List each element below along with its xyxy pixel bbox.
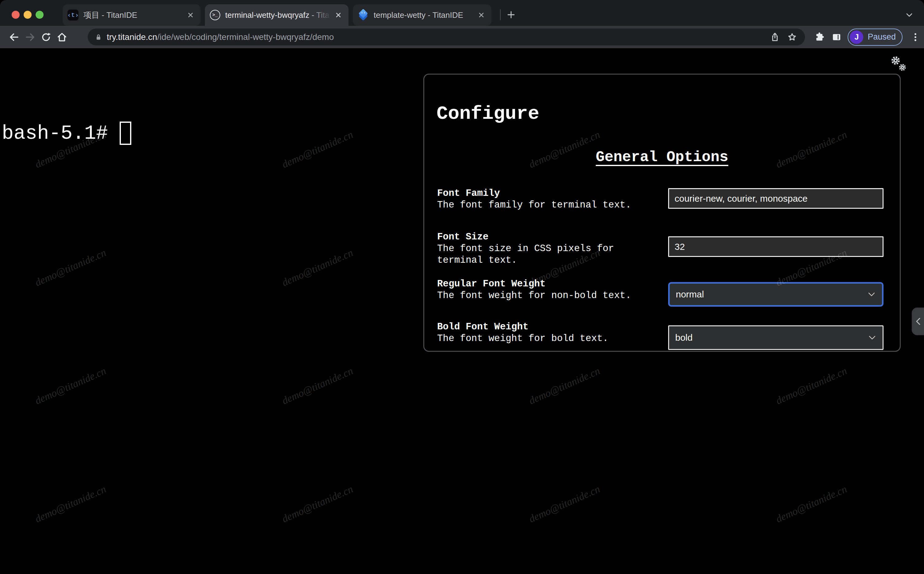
toolbar-right: J Paused — [811, 26, 924, 48]
avatar: J — [850, 30, 863, 44]
font-family-description: The font family for terminal text. — [437, 199, 646, 211]
three-dots-icon — [910, 32, 921, 43]
profile-button[interactable]: J Paused — [848, 28, 902, 46]
star-icon — [787, 32, 797, 42]
watermark-text: demo@titanide.cn — [280, 365, 355, 407]
watermark-text: demo@titanide.cn — [527, 483, 602, 525]
tab-close-button[interactable] — [476, 10, 487, 20]
tab-divider — [500, 9, 501, 20]
tab-close-button[interactable] — [333, 10, 344, 20]
layers-icon: ‹› — [358, 9, 369, 20]
tab-title: 项目 - TitanIDE — [83, 10, 185, 20]
extensions-button[interactable] — [811, 29, 828, 45]
profile-status-badge: Paused — [867, 32, 896, 42]
chevron-left-icon — [915, 317, 922, 326]
section-heading: General Options — [424, 149, 900, 166]
puzzle-icon — [814, 32, 825, 43]
watermark-text: demo@titanide.cn — [527, 365, 602, 407]
bold-font-weight-description: The font weight for bold text. — [437, 333, 646, 344]
tab-title: terminal-wetty-bwqryafz - Tita — [225, 10, 333, 20]
gears-icon — [888, 54, 909, 75]
settings-toggle-button[interactable] — [888, 54, 909, 75]
terminal-page[interactable]: bash-5.1# Configure General Options Font… — [0, 48, 924, 574]
tab-search-button[interactable] — [903, 10, 915, 20]
configure-panel: Configure General Options Font Family Th… — [423, 74, 901, 352]
back-button[interactable] — [6, 29, 22, 45]
font-size-input[interactable] — [668, 237, 883, 257]
address-bar[interactable]: try.titanide.cn/ide/web/coding/terminal-… — [88, 28, 805, 46]
font-family-label: Font Family — [437, 188, 646, 199]
watermark-text: demo@titanide.cn — [33, 247, 108, 289]
regular-font-weight-select[interactable]: normal — [668, 282, 883, 307]
watermark-text: demo@titanide.cn — [774, 365, 849, 407]
share-button[interactable] — [766, 29, 784, 45]
font-size-description: The font size in CSS pixels for terminal… — [437, 243, 646, 266]
side-panel-button[interactable] — [828, 29, 845, 45]
tab-title: template-wetty - TitanIDE — [374, 10, 476, 20]
watermark-text: demo@titanide.cn — [280, 129, 355, 170]
back-icon — [9, 32, 20, 43]
close-icon — [335, 12, 341, 18]
url-host: try.titanide.cn — [107, 32, 157, 42]
traffic-lights — [12, 11, 44, 19]
regular-font-weight-description: The font weight for non-bold text. — [437, 290, 646, 301]
home-button[interactable] — [54, 29, 70, 45]
watermark-text: demo@titanide.cn — [774, 483, 849, 525]
terminal-prompt: bash-5.1# — [2, 122, 108, 145]
font-size-label: Font Size — [437, 231, 646, 243]
minimize-window-button[interactable] — [24, 11, 31, 19]
close-icon — [187, 12, 193, 18]
regular-font-weight-label: Regular Font Weight — [437, 278, 646, 290]
menu-button[interactable] — [907, 29, 924, 45]
forward-button[interactable] — [22, 29, 38, 45]
chevron-down-icon — [905, 13, 913, 17]
panel-title: Configure — [437, 103, 539, 125]
side-drawer-handle[interactable] — [912, 308, 924, 335]
tab-strip: ‹t› 项目 - TitanIDE >_ terminal-wetty-bwqr… — [0, 0, 924, 26]
plus-icon — [506, 10, 516, 19]
tab-template-wetty[interactable]: ‹› template-wetty - TitanIDE — [353, 4, 492, 26]
watermark-text: demo@titanide.cn — [33, 365, 108, 407]
watermark-text: demo@titanide.cn — [280, 247, 355, 289]
terminal-cursor — [119, 121, 131, 145]
select-value: normal — [676, 289, 704, 300]
font-family-input[interactable] — [668, 188, 883, 209]
new-tab-button[interactable] — [504, 8, 518, 22]
terminal-icon: >_ — [210, 10, 220, 20]
close-icon — [478, 12, 484, 18]
side-panel-icon — [831, 32, 842, 43]
bold-font-weight-select[interactable]: bold — [668, 325, 883, 350]
reload-icon — [41, 32, 52, 43]
share-icon — [770, 32, 780, 42]
chevron-down-icon — [868, 292, 875, 297]
code-t-icon: ‹t› — [68, 9, 79, 20]
tab-close-button[interactable] — [185, 10, 196, 20]
forward-icon — [25, 32, 36, 43]
tab-project[interactable]: ‹t› 项目 - TitanIDE — [63, 4, 201, 26]
home-icon — [57, 32, 68, 43]
reload-button[interactable] — [38, 29, 54, 45]
watermark-text: demo@titanide.cn — [280, 483, 355, 525]
browser-toolbar: try.titanide.cn/ide/web/coding/terminal-… — [0, 26, 924, 48]
select-value: bold — [675, 333, 693, 343]
bookmark-button[interactable] — [784, 29, 801, 45]
bold-font-weight-label: Bold Font Weight — [437, 321, 646, 333]
chevron-down-icon — [869, 336, 876, 340]
url-path: /ide/web/coding/terminal-wetty-bwqryafz/… — [157, 32, 334, 42]
tab-terminal-wetty[interactable]: >_ terminal-wetty-bwqryafz - Tita — [205, 4, 349, 26]
close-window-button[interactable] — [12, 11, 20, 19]
watermark-text: demo@titanide.cn — [33, 483, 108, 525]
lock-icon — [94, 33, 102, 41]
zoom-window-button[interactable] — [36, 11, 44, 19]
browser-window: ‹t› 项目 - TitanIDE >_ terminal-wetty-bwqr… — [0, 0, 924, 574]
